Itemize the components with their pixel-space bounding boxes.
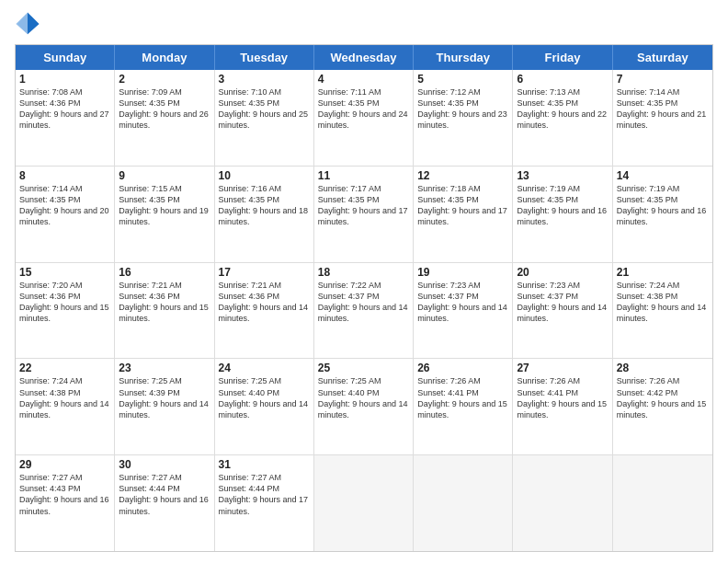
day-number: 17	[219, 266, 310, 279]
cell-info: Sunrise: 7:09 AMSunset: 4:35 PMDaylight:…	[119, 87, 209, 130]
day-header-wednesday: Wednesday	[314, 45, 414, 70]
day-cell-16: 16 Sunrise: 7:21 AMSunset: 4:36 PMDaylig…	[115, 263, 214, 359]
day-cell-31: 31 Sunrise: 7:27 AMSunset: 4:44 PMDaylig…	[215, 455, 314, 551]
cell-info: Sunrise: 7:13 AMSunset: 4:35 PMDaylight:…	[517, 87, 607, 130]
empty-cell	[314, 455, 414, 551]
calendar-row-3: 15 Sunrise: 7:20 AMSunset: 4:36 PMDaylig…	[16, 262, 712, 359]
day-cell-18: 18 Sunrise: 7:22 AMSunset: 4:37 PMDaylig…	[314, 263, 414, 359]
cell-info: Sunrise: 7:24 AMSunset: 4:38 PMDaylight:…	[19, 376, 109, 419]
day-number: 23	[119, 362, 210, 374]
cell-info: Sunrise: 7:25 AMSunset: 4:40 PMDaylight:…	[318, 376, 408, 419]
day-number: 3	[219, 73, 310, 86]
day-cell-15: 15 Sunrise: 7:20 AMSunset: 4:36 PMDaylig…	[16, 263, 115, 359]
empty-cell	[414, 455, 513, 551]
cell-info: Sunrise: 7:26 AMSunset: 4:42 PMDaylight:…	[617, 376, 707, 419]
day-number: 26	[417, 362, 508, 374]
day-header-monday: Monday	[115, 45, 214, 70]
day-number: 12	[417, 169, 508, 182]
day-cell-6: 6 Sunrise: 7:13 AMSunset: 4:35 PMDayligh…	[513, 70, 612, 166]
calendar-row-5: 29 Sunrise: 7:27 AMSunset: 4:43 PMDaylig…	[16, 454, 712, 551]
cell-info: Sunrise: 7:20 AMSunset: 4:36 PMDaylight:…	[19, 281, 109, 323]
cell-info: Sunrise: 7:27 AMSunset: 4:43 PMDaylight:…	[19, 473, 109, 515]
day-cell-7: 7 Sunrise: 7:14 AMSunset: 4:35 PMDayligh…	[613, 70, 712, 166]
day-cell-3: 3 Sunrise: 7:10 AMSunset: 4:35 PMDayligh…	[215, 70, 314, 166]
cell-info: Sunrise: 7:25 AMSunset: 4:40 PMDaylight:…	[219, 376, 309, 419]
cell-info: Sunrise: 7:10 AMSunset: 4:35 PMDaylight:…	[219, 87, 309, 130]
header	[15, 11, 713, 37]
cell-info: Sunrise: 7:17 AMSunset: 4:35 PMDaylight:…	[318, 184, 408, 226]
day-number: 18	[318, 266, 409, 279]
day-cell-21: 21 Sunrise: 7:24 AMSunset: 4:38 PMDaylig…	[613, 263, 712, 359]
cell-info: Sunrise: 7:15 AMSunset: 4:35 PMDaylight:…	[119, 184, 209, 226]
day-header-sunday: Sunday	[16, 45, 115, 70]
day-header-tuesday: Tuesday	[215, 45, 314, 70]
day-cell-13: 13 Sunrise: 7:19 AMSunset: 4:35 PMDaylig…	[513, 167, 612, 262]
logo	[15, 11, 44, 37]
calendar-row-1: 1 Sunrise: 7:08 AMSunset: 4:36 PMDayligh…	[16, 70, 712, 166]
empty-cell	[513, 455, 612, 551]
day-cell-10: 10 Sunrise: 7:16 AMSunset: 4:35 PMDaylig…	[215, 167, 314, 262]
day-cell-8: 8 Sunrise: 7:14 AMSunset: 4:35 PMDayligh…	[16, 167, 115, 262]
day-cell-11: 11 Sunrise: 7:17 AMSunset: 4:35 PMDaylig…	[314, 167, 414, 262]
day-number: 14	[617, 169, 709, 182]
day-cell-22: 22 Sunrise: 7:24 AMSunset: 4:38 PMDaylig…	[16, 359, 115, 454]
day-cell-27: 27 Sunrise: 7:26 AMSunset: 4:41 PMDaylig…	[513, 359, 612, 454]
day-number: 24	[219, 362, 310, 374]
calendar: SundayMondayTuesdayWednesdayThursdayFrid…	[15, 44, 713, 552]
cell-info: Sunrise: 7:14 AMSunset: 4:35 PMDaylight:…	[617, 87, 707, 130]
cell-info: Sunrise: 7:14 AMSunset: 4:35 PMDaylight:…	[19, 184, 109, 226]
day-header-friday: Friday	[513, 45, 612, 70]
svg-marker-1	[28, 12, 40, 34]
day-cell-23: 23 Sunrise: 7:25 AMSunset: 4:39 PMDaylig…	[115, 359, 214, 454]
day-cell-12: 12 Sunrise: 7:18 AMSunset: 4:35 PMDaylig…	[414, 167, 513, 262]
calendar-header: SundayMondayTuesdayWednesdayThursdayFrid…	[16, 45, 712, 70]
day-number: 10	[219, 169, 310, 182]
day-cell-9: 9 Sunrise: 7:15 AMSunset: 4:35 PMDayligh…	[115, 167, 214, 262]
cell-info: Sunrise: 7:26 AMSunset: 4:41 PMDaylight:…	[517, 376, 607, 419]
cell-info: Sunrise: 7:19 AMSunset: 4:35 PMDaylight:…	[517, 184, 607, 226]
day-cell-1: 1 Sunrise: 7:08 AMSunset: 4:36 PMDayligh…	[16, 70, 115, 166]
day-cell-17: 17 Sunrise: 7:21 AMSunset: 4:36 PMDaylig…	[215, 263, 314, 359]
cell-info: Sunrise: 7:08 AMSunset: 4:36 PMDaylight:…	[19, 87, 109, 130]
day-number: 31	[219, 458, 310, 471]
day-cell-28: 28 Sunrise: 7:26 AMSunset: 4:42 PMDaylig…	[613, 359, 712, 454]
cell-info: Sunrise: 7:18 AMSunset: 4:35 PMDaylight:…	[417, 184, 507, 226]
day-number: 16	[119, 266, 210, 279]
logo-icon	[15, 11, 40, 37]
day-cell-14: 14 Sunrise: 7:19 AMSunset: 4:35 PMDaylig…	[613, 167, 712, 262]
cell-info: Sunrise: 7:12 AMSunset: 4:35 PMDaylight:…	[417, 87, 507, 130]
cell-info: Sunrise: 7:27 AMSunset: 4:44 PMDaylight:…	[119, 473, 209, 515]
cell-info: Sunrise: 7:11 AMSunset: 4:35 PMDaylight:…	[318, 87, 408, 130]
svg-marker-2	[16, 12, 28, 34]
day-cell-26: 26 Sunrise: 7:26 AMSunset: 4:41 PMDaylig…	[414, 359, 513, 454]
day-number: 4	[318, 73, 409, 86]
day-header-saturday: Saturday	[613, 45, 712, 70]
day-number: 15	[19, 266, 110, 279]
day-number: 19	[417, 266, 508, 279]
empty-cell	[613, 455, 712, 551]
day-number: 2	[119, 73, 210, 86]
page: SundayMondayTuesdayWednesdayThursdayFrid…	[0, 0, 728, 563]
cell-info: Sunrise: 7:21 AMSunset: 4:36 PMDaylight:…	[119, 281, 209, 323]
day-cell-2: 2 Sunrise: 7:09 AMSunset: 4:35 PMDayligh…	[115, 70, 214, 166]
day-number: 6	[517, 73, 608, 86]
day-number: 25	[318, 362, 409, 374]
day-number: 11	[318, 169, 409, 182]
day-number: 28	[617, 362, 709, 374]
cell-info: Sunrise: 7:27 AMSunset: 4:44 PMDaylight:…	[219, 473, 309, 515]
day-number: 13	[517, 169, 608, 182]
calendar-row-4: 22 Sunrise: 7:24 AMSunset: 4:38 PMDaylig…	[16, 358, 712, 454]
cell-info: Sunrise: 7:19 AMSunset: 4:35 PMDaylight:…	[617, 184, 707, 226]
day-number: 5	[417, 73, 508, 86]
day-cell-24: 24 Sunrise: 7:25 AMSunset: 4:40 PMDaylig…	[215, 359, 314, 454]
day-cell-20: 20 Sunrise: 7:23 AMSunset: 4:37 PMDaylig…	[513, 263, 612, 359]
calendar-row-2: 8 Sunrise: 7:14 AMSunset: 4:35 PMDayligh…	[16, 166, 712, 262]
cell-info: Sunrise: 7:16 AMSunset: 4:35 PMDaylight:…	[219, 184, 309, 226]
day-number: 27	[517, 362, 608, 374]
cell-info: Sunrise: 7:22 AMSunset: 4:37 PMDaylight:…	[318, 281, 408, 323]
cell-info: Sunrise: 7:23 AMSunset: 4:37 PMDaylight:…	[517, 281, 607, 323]
cell-info: Sunrise: 7:25 AMSunset: 4:39 PMDaylight:…	[119, 376, 209, 419]
day-number: 22	[19, 362, 110, 374]
day-cell-19: 19 Sunrise: 7:23 AMSunset: 4:37 PMDaylig…	[414, 263, 513, 359]
cell-info: Sunrise: 7:24 AMSunset: 4:38 PMDaylight:…	[617, 281, 707, 323]
